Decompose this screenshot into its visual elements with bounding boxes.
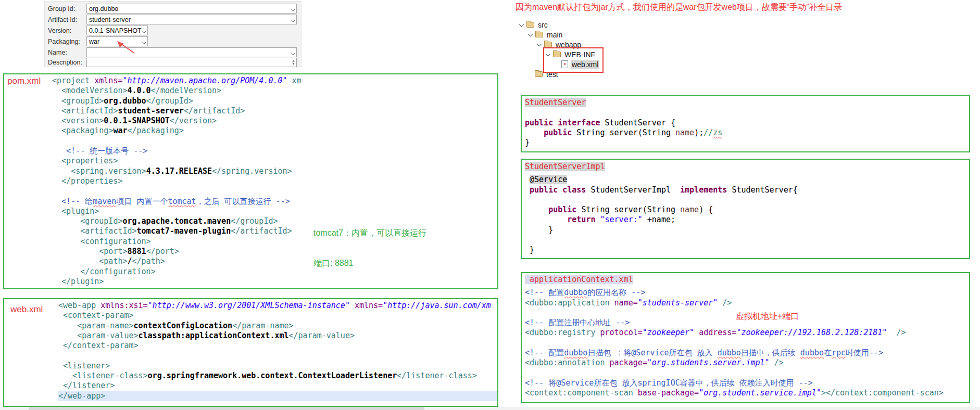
code-token: </properties> — [61, 176, 122, 186]
code-token — [58, 361, 63, 370]
code-line: } — [525, 138, 966, 148]
webinf-highlight-box — [543, 47, 604, 73]
group-id-input[interactable]: org.dubbo — [86, 4, 297, 14]
code-token: <spring.version> — [71, 166, 146, 176]
code-token: </modelVersion> — [151, 86, 221, 95]
code-token: <dubbo:registry — [525, 328, 600, 337]
code-line: <groupId>org.apache.tomcat.maven</groupI… — [52, 216, 495, 226]
chevron-expanded-icon[interactable] — [537, 42, 542, 47]
code-token: ></context:component-scan> — [821, 388, 944, 398]
chevron-down-icon[interactable] — [142, 29, 146, 33]
code-token: <listener-class> — [72, 371, 148, 380]
code-token: </artifactId> — [231, 226, 292, 236]
code-token: StudentServer{ — [732, 185, 797, 195]
code-token: <param-value> — [77, 331, 138, 340]
code-token: <!-- 统一版本号 --> — [66, 146, 147, 156]
code-token: maven — [93, 197, 116, 206]
artifact-id-input[interactable]: student-server — [86, 15, 297, 24]
code-token: StudentServerImpl — [525, 162, 605, 171]
code-token: contextConfigLocation — [134, 321, 233, 330]
code-line: <!-- 配置dubbo的应用名称 --> — [525, 288, 966, 298]
code-token: "org.students.server.impl" — [647, 358, 770, 367]
code-line: public String server(String name) { — [525, 205, 966, 215]
code-token — [58, 371, 72, 380]
version-value: 0.0.1-SNAPSHOT — [89, 27, 142, 34]
code-token — [52, 176, 61, 186]
web-xml-code: <web-app xmlns:xsi="http://www.w3.org/20… — [58, 301, 497, 401]
code-token — [718, 298, 722, 307]
code-line: <param-value>classpath:applicationContex… — [58, 331, 497, 341]
code-line: StudentServerImpl — [525, 162, 966, 172]
code-token: "server:" — [600, 215, 643, 224]
code-token: </groupId> — [231, 216, 278, 226]
code-token — [58, 341, 63, 350]
code-line: <path>/</path> — [52, 257, 495, 266]
code-token: applicationContext.xml — [525, 275, 633, 284]
chevron-down-icon[interactable] — [291, 50, 295, 55]
chevron-down-icon[interactable] — [142, 40, 146, 44]
code-token: 扫描包 ：将@Service所在包 放入 — [587, 348, 717, 357]
code-token: </configuration> — [80, 267, 156, 276]
group-id-value: org.dubbo — [89, 5, 118, 12]
code-token — [350, 301, 355, 310]
code-token: war — [113, 126, 127, 135]
tree-item-main[interactable]: main — [520, 30, 599, 40]
code-line: <properties> — [52, 156, 495, 166]
code-token — [52, 226, 80, 236]
code-token: classpath:applicationContext.xml — [139, 331, 289, 340]
code-token: name — [680, 205, 699, 214]
code-token — [58, 331, 77, 340]
horizontal-scrollbar-thumb[interactable] — [29, 407, 424, 410]
folder-icon — [526, 22, 534, 28]
code-token: dubbo — [800, 348, 824, 357]
code-token: <artifactId> — [80, 226, 136, 236]
code-token: org.apache.tomcat.maven — [122, 216, 231, 226]
chevron-down-icon[interactable] — [291, 7, 295, 11]
form-row-version: Version:0.0.1-SNAPSHOT — [48, 25, 299, 35]
tree-item-label: main — [546, 31, 563, 39]
code-token: ，之后 可以直接运行 --> — [196, 197, 290, 206]
code-token: } — [525, 225, 553, 235]
code-token: <dubbo:annotation — [525, 358, 610, 367]
code-line: public interface StudentServer { — [525, 118, 966, 128]
code-token: <!-- 给 — [61, 197, 93, 206]
code-token: 0.0.1-SNAPSHOT — [104, 116, 169, 125]
code-line: <web-app xmlns:xsi="http://www.w3.org/20… — [58, 301, 497, 311]
code-line: <packaging>war</packaging> — [52, 126, 495, 136]
code-token: name= — [614, 298, 638, 307]
chevron-expanded-icon[interactable] — [519, 22, 524, 27]
code-token — [52, 166, 71, 176]
code-line — [525, 368, 966, 378]
chevron-down-icon[interactable] — [291, 18, 295, 22]
code-line — [52, 186, 495, 196]
code-token — [52, 207, 61, 216]
code-token: protocol= — [600, 328, 643, 337]
code-line: <plugin> — [52, 207, 495, 216]
spinner-icon[interactable]: ▲▼ — [292, 59, 295, 66]
code-token: zs — [713, 128, 722, 137]
code-line: </context-param> — [58, 341, 497, 351]
code-line: <configuration> — [52, 237, 495, 247]
code-line: </configuration> — [52, 267, 495, 277]
chevron-expanded-icon[interactable] — [528, 32, 533, 37]
version-input[interactable]: 0.0.1-SNAPSHOT — [86, 25, 148, 35]
code-line — [52, 136, 495, 146]
maven-wizard-form: Group Id:org.dubboArtifact Id:student-se… — [44, 1, 301, 67]
folder-icon — [544, 42, 552, 47]
code-token — [525, 185, 530, 195]
artifact-id-value: student-server — [89, 16, 131, 23]
name-label: Name: — [48, 49, 86, 56]
student-server-impl-code: StudentServerImpl @Service public class … — [525, 162, 966, 255]
code-token: <plugin> — [61, 207, 99, 216]
code-token — [58, 321, 77, 330]
code-token: xm — [292, 76, 301, 85]
code-token: xmlns= — [355, 301, 383, 310]
code-token: dubbo — [718, 348, 741, 357]
code-token: /> — [774, 358, 784, 367]
code-token: 4.3.17.RELEASE — [146, 166, 212, 176]
tree-item-src[interactable]: src — [520, 20, 599, 30]
code-token: <param-name> — [77, 321, 133, 330]
page: Group Id:org.dubboArtifact Id:student-se… — [0, 0, 980, 410]
horizontal-scrollbar-track[interactable] — [0, 407, 980, 410]
description-input[interactable]: ▲▼ — [86, 58, 297, 67]
